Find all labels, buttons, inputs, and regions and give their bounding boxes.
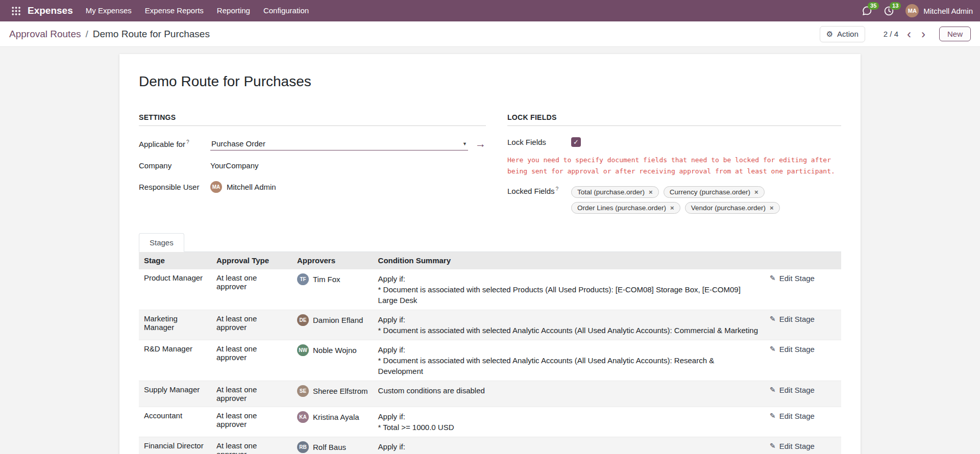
pencil-icon: ✎ (770, 274, 776, 282)
edit-stage-button[interactable]: ✎Edit Stage (770, 274, 815, 283)
approval-type: At least one approver (211, 437, 292, 454)
avatar: MA (210, 181, 222, 193)
pencil-icon: ✎ (770, 345, 776, 353)
table-row[interactable]: Financial Director At least one approver… (139, 437, 841, 454)
approver: RBRolf Baus (297, 441, 368, 453)
edit-stage-button[interactable]: ✎Edit Stage (770, 442, 815, 450)
lock-fields-section: LOCK FIELDS Lock Fields ✓ Here you need … (507, 113, 841, 214)
user-name: Mitchell Admin (923, 7, 973, 15)
breadcrumb-separator: / (85, 29, 88, 40)
stage-name: Marketing Manager (139, 310, 211, 340)
avatar: MA (905, 4, 919, 17)
table-row[interactable]: Product Manager At least one approver TF… (139, 269, 841, 310)
avatar: SE (297, 385, 309, 397)
activities-button[interactable]: 13 (884, 6, 894, 16)
lock-fields-checkbox[interactable]: ✓ (571, 137, 581, 147)
approver: NWNoble Wojno (297, 344, 368, 356)
lock-fields-label: Lock Fields (507, 138, 571, 146)
stage-name: Accountant (139, 407, 211, 437)
stage-name: R&D Manager (139, 340, 211, 381)
locked-fields-tags: Total (purchase.order)× Currency (purcha… (571, 186, 841, 214)
responsible-user-value[interactable]: MA Mitchell Admin (210, 181, 486, 193)
responsible-user-name: Mitchell Admin (227, 183, 276, 191)
edit-stage-button[interactable]: ✎Edit Stage (770, 315, 815, 323)
condition-summary: Apply if:* Total >= 100000.0 USD (373, 437, 765, 454)
pencil-icon: ✎ (770, 386, 776, 394)
pager-next-icon[interactable]: › (920, 28, 927, 40)
stage-name: Financial Director (139, 437, 211, 454)
avatar: DE (297, 314, 309, 326)
lock-fields-help-text: Here you need to specify document fields… (507, 155, 841, 177)
action-button[interactable]: ⚙ Action (820, 26, 865, 42)
company-row: Company YourCompany (139, 155, 486, 176)
avatar: KA (297, 411, 309, 423)
messages-badge: 35 (868, 2, 879, 10)
approver: DEDamion Efland (297, 314, 368, 326)
condition-summary: Apply if:* Document is associated with s… (373, 269, 765, 310)
close-icon[interactable]: × (770, 205, 774, 211)
table-row[interactable]: Marketing Manager At least one approver … (139, 310, 841, 340)
pager-prev-icon[interactable]: ‹ (905, 28, 913, 40)
control-panel: Approval Routes / Demo Route for Purchas… (0, 21, 980, 47)
nav-my-expenses[interactable]: My Expenses (79, 0, 138, 21)
responsible-user-row: Responsible User MA Mitchell Admin (139, 176, 486, 197)
nav-reporting[interactable]: Reporting (210, 0, 257, 21)
top-navbar: Expenses My Expenses Expense Reports Rep… (0, 0, 980, 21)
approval-type: At least one approver (211, 269, 292, 310)
new-button[interactable]: New (939, 27, 971, 41)
internal-link-arrow-icon[interactable]: → (475, 138, 486, 150)
nav-expense-reports[interactable]: Expense Reports (138, 0, 210, 21)
table-row[interactable]: Supply Manager At least one approver SES… (139, 381, 841, 407)
settings-section: SETTINGS Applicable for? Purchase Order … (139, 113, 486, 214)
edit-stage-button[interactable]: ✎Edit Stage (770, 412, 815, 420)
col-approval-type: Approval Type (211, 252, 292, 269)
page-background: Demo Route for Purchases SETTINGS Applic… (0, 54, 980, 454)
breadcrumb: Approval Routes / Demo Route for Purchas… (9, 29, 210, 40)
pencil-icon: ✎ (770, 315, 776, 323)
gear-icon: ⚙ (826, 30, 833, 39)
breadcrumb-parent[interactable]: Approval Routes (9, 29, 81, 40)
company-label: Company (139, 161, 210, 170)
approval-type: At least one approver (211, 381, 292, 407)
notebook-tabs: Stages (139, 233, 841, 252)
edit-stage-button[interactable]: ✎Edit Stage (770, 386, 815, 394)
pager-count: 2 / 4 (884, 30, 898, 38)
activities-badge: 13 (890, 2, 901, 10)
responsible-user-label: Responsible User (139, 183, 210, 191)
help-icon: ? (556, 186, 559, 192)
close-icon[interactable]: × (670, 205, 674, 211)
company-value[interactable]: YourCompany (210, 161, 486, 170)
nav-configuration[interactable]: Configuration (257, 0, 315, 21)
col-actions (765, 252, 841, 269)
table-row[interactable]: R&D Manager At least one approver NWNobl… (139, 340, 841, 381)
condition-summary: Apply if:* Total >= 1000.0 USD (373, 407, 765, 437)
lock-fields-heading: LOCK FIELDS (507, 113, 841, 126)
col-approvers: Approvers (292, 252, 373, 269)
col-condition-summary: Condition Summary (373, 252, 765, 269)
locked-field-tag: Vendor (purchase.order)× (685, 202, 780, 214)
table-header-row: Stage Approval Type Approvers Condition … (139, 252, 841, 269)
stage-name: Product Manager (139, 269, 211, 310)
close-icon[interactable]: × (754, 189, 758, 195)
approver: TFTim Fox (297, 273, 368, 285)
user-menu[interactable]: MA Mitchell Admin (905, 4, 973, 17)
app-brand[interactable]: Expenses (28, 5, 73, 16)
avatar: NW (297, 344, 309, 356)
approver: SESheree Elfstrom (297, 385, 368, 397)
apps-grid-icon[interactable] (7, 0, 24, 21)
condition-summary: Custom conditions are disabled (373, 381, 765, 407)
grid-dots-icon (11, 6, 21, 16)
messages-button[interactable]: 35 (862, 6, 872, 16)
col-stage: Stage (139, 252, 211, 269)
stage-name: Supply Manager (139, 381, 211, 407)
edit-stage-button[interactable]: ✎Edit Stage (770, 345, 815, 354)
record-title: Demo Route for Purchases (139, 73, 841, 90)
close-icon[interactable]: × (649, 189, 653, 195)
applicable-for-select[interactable]: Purchase Order ▼ (210, 137, 468, 150)
table-row[interactable]: Accountant At least one approver KAKrist… (139, 407, 841, 437)
approval-type: At least one approver (211, 310, 292, 340)
tab-stages[interactable]: Stages (139, 233, 184, 252)
locked-fields-label: Locked Fields? (507, 186, 571, 195)
breadcrumb-current: Demo Route for Purchases (93, 29, 210, 40)
locked-field-tag: Total (purchase.order)× (571, 186, 659, 198)
